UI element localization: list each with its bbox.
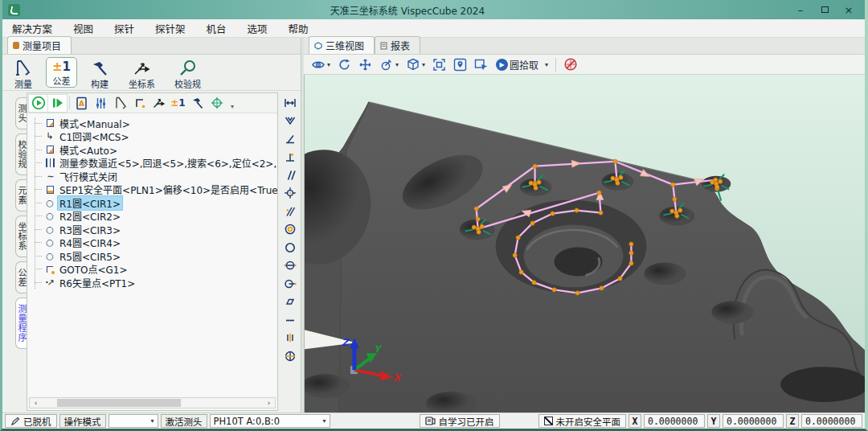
window-select-button[interactable] — [474, 58, 489, 71]
concentricity-icon[interactable] — [281, 222, 298, 237]
measure-button[interactable] — [111, 95, 129, 112]
scrollbar-thumb[interactable] — [57, 399, 181, 407]
tree-item[interactable]: ○R2圆<CIR2> — [31, 210, 277, 224]
maximize-button[interactable] — [813, 2, 836, 18]
menu-probe[interactable]: 探针 — [114, 21, 134, 36]
countersink-icon[interactable] — [281, 113, 298, 129]
menu-probe-rack[interactable]: 探针架 — [155, 21, 186, 36]
eye-icon — [311, 58, 326, 71]
circle-pick-button[interactable]: ▶ 圆拾取 ▾ — [496, 58, 548, 72]
tree-item[interactable]: 测量参数逼近<5>,回退<5>,搜索<6>,定位<2>,定位加<2>,测量 — [31, 157, 277, 170]
side-tab-tolerance[interactable]: 公差 — [15, 261, 27, 293]
ribbon-measure-button[interactable]: 测量 — [7, 57, 39, 88]
ribbon-gauge-button[interactable]: 校验规 — [168, 57, 207, 88]
operation-mode-select[interactable]: ▾ — [108, 414, 158, 428]
side-tab-coordinate[interactable]: 坐标系 — [15, 216, 27, 257]
position-icon[interactable] — [281, 186, 298, 201]
perpendicularity-icon[interactable] — [281, 150, 298, 165]
side-tab-program[interactable]: 测量程序 — [15, 298, 27, 349]
symmetry-icon[interactable] — [281, 330, 298, 346]
tree-item[interactable]: ~飞行模式关闭 — [31, 170, 277, 183]
svg-text:A: A — [79, 100, 84, 108]
close-button[interactable]: × — [837, 2, 860, 18]
hole-plain — [644, 262, 686, 285]
tree-item[interactable]: ○R5圆<CIR5> — [31, 249, 277, 263]
ribbon-coordinate-button[interactable]: 坐标系 — [122, 57, 162, 88]
coordinate-button[interactable] — [149, 95, 168, 112]
circle-icon: ○ — [44, 224, 55, 235]
safety-plane-icon — [44, 186, 55, 194]
left-panel-body: 测头 校验规 元素 坐标系 公差 测量程序 — [2, 91, 301, 413]
minimize-button[interactable]: – — [789, 2, 812, 18]
zoom-fit-icon — [432, 58, 446, 72]
tree-item[interactable]: 模式<Manual> — [31, 117, 277, 130]
circle-icon: ○ — [44, 251, 55, 261]
runout-icon[interactable] — [281, 276, 298, 291]
menu-solution[interactable]: 解决方案 — [12, 21, 52, 36]
construct-button[interactable] — [188, 95, 207, 112]
coord-x-value: 0.0000000 — [644, 414, 705, 428]
side-tab-element[interactable]: 元素 — [15, 179, 27, 211]
menu-view[interactable]: 视图 — [73, 21, 93, 36]
window-title: 天准三坐标系统 VispecCube 2024 — [26, 3, 789, 17]
viewport-3d[interactable]: X Y Z — [304, 75, 865, 413]
true-position-icon[interactable] — [281, 348, 298, 363]
angularity-icon[interactable] — [281, 203, 298, 219]
compass-disabled-button[interactable] — [563, 57, 578, 72]
project-icon — [13, 42, 19, 49]
active-probe-select[interactable]: PH10T A:0,B:0 ▾ — [210, 414, 330, 428]
tab-measurement-project[interactable]: 测量项目 — [7, 36, 72, 54]
step-run-button[interactable] — [48, 95, 67, 112]
distance-icon[interactable] — [281, 95, 298, 110]
scroll-left-arrow[interactable]: ‹ — [30, 399, 42, 407]
coord-z-value: 0.0000000 — [801, 414, 862, 428]
sliders-icon — [94, 96, 108, 110]
run-button[interactable] — [29, 95, 47, 112]
tree-item[interactable]: SEP1安全平面<PLN1>偏移<10>是否启用<True> — [31, 183, 277, 197]
compass-button[interactable] — [207, 95, 226, 112]
tolerance-button[interactable]: ±1 — [169, 95, 187, 112]
side-tab-strip: 测头 校验规 元素 坐标系 公差 测量程序 — [2, 91, 27, 413]
measure-params-button[interactable] — [92, 95, 110, 112]
sketch-display-button[interactable]: ▾ — [379, 58, 399, 72]
ribbon-construct-button[interactable]: 构建 — [84, 57, 116, 88]
report-doc-button[interactable]: A — [72, 95, 91, 112]
tree-item[interactable]: ↗R6矢量点<PT1> — [31, 276, 277, 289]
scroll-right-arrow[interactable]: › — [263, 399, 275, 407]
tree-horizontal-scrollbar[interactable]: ‹ › — [29, 397, 276, 408]
probe-pin-button[interactable] — [453, 58, 467, 72]
hole-plain — [780, 367, 865, 402]
flatness-icon[interactable] — [281, 294, 298, 310]
menu-options[interactable]: 选项 — [248, 21, 268, 36]
axes-icon — [152, 96, 166, 109]
diameter-icon[interactable] — [281, 258, 298, 273]
visibility-button[interactable]: ▾ — [311, 58, 330, 71]
goto-button[interactable] — [130, 95, 149, 112]
ribbon-tolerance-button[interactable]: ±1 公差 — [46, 57, 77, 88]
tree-item[interactable]: ○R3圆<CIR3> — [31, 223, 277, 236]
tree-item[interactable]: 模式<Auto> — [31, 143, 277, 157]
side-tab-probe[interactable]: 测头 — [15, 97, 27, 129]
tab-report[interactable]: 报表 — [375, 36, 420, 54]
menu-machine[interactable]: 机台 — [207, 21, 227, 36]
tree-item[interactable]: ○R4圆<CIR4> — [31, 236, 277, 250]
tree-item[interactable]: ↳C1回调<MCS> — [31, 130, 277, 144]
menu-help[interactable]: 帮助 — [289, 21, 309, 36]
coord-y-value: 0.0000000 — [723, 414, 784, 428]
zoom-fit-button[interactable] — [432, 58, 446, 72]
application-window: 天准三坐标系统 VispecCube 2024 – × 解决方案 视图 探针 探… — [0, 0, 868, 431]
tab-3d-view[interactable]: 三维视图 — [309, 36, 375, 54]
parallelism-icon[interactable] — [281, 167, 298, 183]
circularity-icon[interactable] — [281, 240, 298, 255]
tree-item[interactable]: GOTO点<G1> — [31, 263, 277, 277]
straightness-icon[interactable] — [281, 312, 298, 327]
angle-icon[interactable] — [281, 131, 298, 146]
view-cube-button[interactable]: ▾ — [406, 58, 425, 72]
pan-button[interactable] — [358, 58, 372, 72]
dropdown-caret: ▾ — [545, 61, 548, 68]
side-tab-gauge[interactable]: 校验规 — [15, 133, 27, 175]
tree-item-selected[interactable]: ○R1圆<CIR1> — [31, 196, 277, 210]
window-controls: – × — [789, 2, 860, 18]
toolbar-overflow-button[interactable]: ▾ — [228, 96, 236, 110]
orbit-button[interactable] — [338, 58, 351, 72]
